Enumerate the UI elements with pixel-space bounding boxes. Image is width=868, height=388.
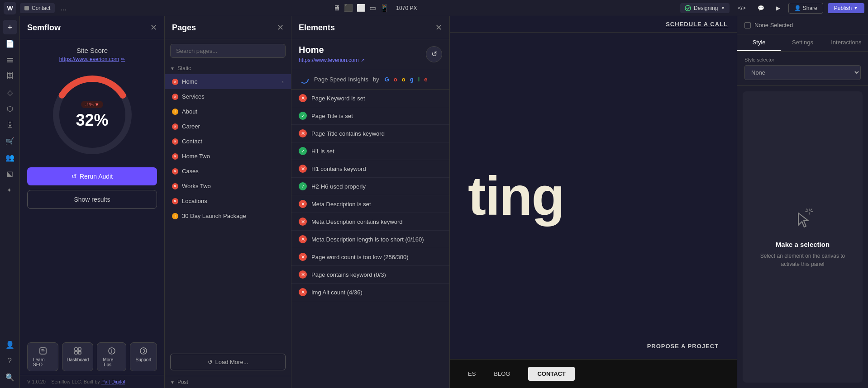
make-selection-desc: Select an element on the canvas to activ…	[754, 252, 852, 268]
tab-icon	[24, 6, 29, 10]
check-item-img-alt: ✕ Img Alt count (4/36)	[291, 284, 449, 301]
none-selected-row: None Selected	[737, 16, 868, 34]
tab-settings[interactable]: Settings	[781, 34, 824, 51]
mobile-landscape-icon[interactable]: ▭	[369, 4, 376, 12]
canvas-nav-blog[interactable]: BLOG	[494, 370, 510, 377]
page-speed-spinner-icon	[299, 74, 310, 85]
page-item-30day[interactable]: ! 30 Day Launch Package	[165, 208, 291, 223]
sidebar-item-account[interactable]: 👤	[3, 337, 17, 352]
preview-button[interactable]: ▶	[773, 3, 784, 13]
page-item-about[interactable]: ! About	[165, 104, 291, 119]
show-results-button[interactable]: Show results	[27, 190, 157, 209]
schedule-call-label[interactable]: SCHEDULE A CALL	[666, 21, 728, 28]
sidebar-item-components[interactable]: ⬡	[3, 101, 17, 116]
designing-mode-indicator[interactable]: Designing ▼	[680, 3, 730, 13]
check-error-icon: ✕	[299, 129, 307, 137]
refresh-button[interactable]: ↺	[426, 46, 442, 62]
check-item-page-keyword-set: ✕ Page Keyword is set	[291, 90, 449, 107]
comments-button[interactable]: 💬	[754, 3, 768, 13]
load-more-button[interactable]: ↺ Load More...	[170, 354, 286, 370]
propose-project-label[interactable]: PROPOSE A PROJECT	[647, 342, 719, 350]
sidebar-item-memberships[interactable]: 👥	[3, 150, 17, 165]
pages-close-button[interactable]: ✕	[277, 23, 284, 33]
page-item-services[interactable]: ✕ Services	[165, 89, 291, 104]
dashboard-button[interactable]: Dashboard	[62, 342, 93, 371]
pait-digital-link[interactable]: Pait Digital	[101, 379, 125, 384]
svg-text:W: W	[7, 5, 13, 12]
elements-page-url[interactable]: https://www.leverion.com ↗	[299, 57, 365, 63]
check-success-icon: ✓	[299, 182, 307, 190]
sidebar-item-logic[interactable]: ◇	[3, 85, 17, 99]
page-item-locations[interactable]: ✕ Locations	[165, 194, 291, 208]
edit-url-icon[interactable]: ✏	[121, 57, 125, 62]
more-tips-label: More Tips	[103, 357, 120, 367]
sidebar-item-seo[interactable]: ✦	[3, 183, 17, 197]
sidebar-item-ecommerce[interactable]: 🛒	[3, 134, 17, 148]
tablet-landscape-icon[interactable]: ⬛	[344, 4, 353, 12]
canvas-nav-contact[interactable]: CONTACT	[528, 367, 575, 381]
page-item-cases[interactable]: ✕ Cases	[165, 164, 291, 179]
canvas-preview: SCHEDULE A CALL ting PROPOSE A PROJECT E…	[450, 16, 737, 388]
pages-search-input[interactable]	[170, 44, 286, 58]
page-speed-row: Page Speed Insights by Google	[291, 69, 449, 90]
semflow-title: Semflow	[27, 23, 61, 33]
designing-icon	[685, 5, 691, 11]
more-tips-button[interactable]: More Tips	[97, 342, 126, 371]
semflow-close-button[interactable]: ✕	[150, 23, 157, 33]
tab-style[interactable]: Style	[737, 34, 781, 51]
shortcut-buttons: Learn SEO Dashboard More Tips Support	[20, 339, 164, 375]
status-error-icon: ✕	[172, 138, 178, 145]
svg-rect-12	[75, 351, 77, 354]
sidebar-item-apps[interactable]: ⬕	[3, 166, 17, 181]
status-error-icon: ✕	[172, 168, 178, 175]
dashboard-label: Dashboard	[67, 357, 89, 362]
tab-interactions[interactable]: Interactions	[825, 34, 868, 51]
comment-icon: 💬	[758, 5, 764, 11]
post-section-collapse-icon[interactable]: ▼	[170, 380, 175, 385]
sidebar-item-add[interactable]: ＋	[3, 20, 17, 34]
page-item-career[interactable]: ✕ Career	[165, 119, 291, 134]
sidebar-item-assets[interactable]: 🖼	[3, 69, 17, 83]
svg-text:✦: ✦	[7, 187, 12, 194]
topbar-tab[interactable]: Contact	[20, 3, 55, 13]
code-button[interactable]: </>	[734, 3, 749, 13]
canvas-bottom-bar: ES BLOG CONTACT	[450, 359, 737, 388]
page-item-contact[interactable]: ✕ Contact	[165, 134, 291, 149]
check-error-icon: ✕	[299, 165, 307, 173]
rerun-audit-button[interactable]: ↺ Rerun Audit	[27, 167, 157, 185]
sidebar-item-pages[interactable]: 📄	[3, 36, 17, 51]
elements-close-button[interactable]: ✕	[435, 23, 442, 33]
score-change-badge: -1% ▼	[81, 101, 103, 108]
sidebar-item-cms[interactable]: 🗄	[3, 118, 17, 132]
desktop-icon[interactable]: 🖥	[333, 4, 340, 12]
score-percent: 32%	[76, 111, 108, 130]
page-item-home-two[interactable]: ✕ Home Two	[165, 149, 291, 164]
page-item-home[interactable]: ✕ Home ›	[165, 74, 291, 89]
check-error-icon: ✕	[299, 218, 307, 226]
topbar-more-icon[interactable]: ...	[60, 4, 66, 12]
section-collapse-icon[interactable]: ▼	[170, 66, 175, 71]
canvas-nav-es[interactable]: ES	[468, 370, 476, 377]
trend-down-icon: ▼	[95, 102, 100, 107]
svg-rect-3	[7, 58, 13, 59]
site-url-link[interactable]: https://www.leverion.com ✏	[59, 56, 125, 62]
sidebar-item-search[interactable]: 🔍	[3, 370, 17, 384]
share-button[interactable]: 👤 Share	[788, 3, 823, 14]
check-error-icon: ✕	[299, 94, 307, 102]
sidebar-item-help[interactable]: ?	[3, 354, 17, 368]
check-error-icon: ✕	[299, 270, 307, 279]
sidebar-item-layers[interactable]	[3, 52, 17, 67]
canvas-area[interactable]: SCHEDULE A CALL ting PROPOSE A PROJECT E…	[450, 16, 737, 388]
topbar-center: 🖥 ⬛ ⬜ ▭ 📱 1070 PX	[70, 4, 680, 12]
page-item-works-two[interactable]: ✕ Works Two	[165, 179, 291, 194]
learn-seo-button[interactable]: Learn SEO	[27, 342, 58, 371]
style-selector-dropdown[interactable]: None	[744, 65, 861, 80]
mobile-portrait-icon[interactable]: 📱	[380, 4, 389, 12]
tablet-portrait-icon[interactable]: ⬜	[357, 4, 366, 12]
screen-size-controls: 🖥 ⬛ ⬜ ▭ 📱	[333, 4, 389, 12]
check-error-icon: ✕	[299, 288, 307, 296]
code-icon: </>	[738, 5, 745, 11]
semflow-content: Site Score https://www.leverion.com ✏ -1…	[20, 39, 164, 339]
support-button[interactable]: Support	[130, 342, 157, 371]
publish-button[interactable]: Publish ▼	[828, 3, 864, 13]
